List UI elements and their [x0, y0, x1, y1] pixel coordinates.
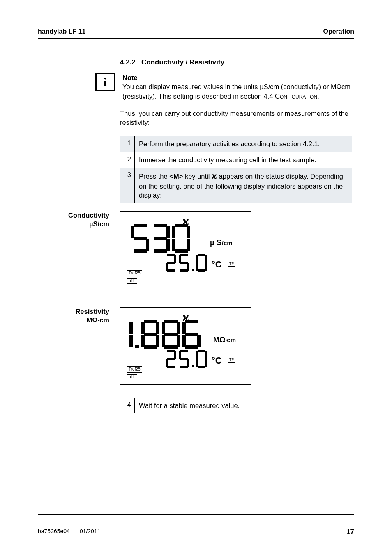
footer-page-number: 17 [346, 528, 354, 536]
res-label-line2: MΩ·cm [87, 316, 109, 324]
note-block: i Note You can display measured values i… [38, 73, 354, 101]
seg-digit [152, 224, 170, 253]
seg-dot [192, 365, 194, 367]
lcd-sub-value [166, 254, 207, 272]
lcd-main-value [126, 320, 201, 349]
seg-digit [196, 350, 207, 368]
lcd-box-resistivity: ϰ [120, 307, 251, 385]
tag-tref25: Tref25 [127, 270, 142, 276]
res-label-line1: Resistivity [75, 308, 109, 315]
step-row-4: 4 Wait for a stable measured value. [120, 398, 352, 413]
page-header: handylab LF 11 Operation [38, 28, 354, 39]
step-text: Wait for a stable measured value. [135, 398, 352, 413]
lcd-tags: Tref25 nLF [127, 366, 142, 380]
step-number: 1 [120, 136, 135, 152]
seg-dot [135, 345, 139, 348]
display-conductivity: Conductivity µS/cm ϰ [38, 211, 354, 288]
note-text: Note You can display measured values in … [122, 73, 354, 101]
seg-dot [192, 269, 194, 271]
section-number: 4.2.2 [120, 58, 136, 66]
info-icon: i [95, 73, 115, 91]
seg-digit [131, 224, 149, 253]
step-text: Press the <M> key until ϰ appears on the… [135, 168, 352, 203]
header-product: handylab LF 11 [38, 28, 85, 35]
seg-digit [179, 254, 189, 272]
lcd-sub-value [166, 350, 207, 368]
cond-label-line2: µS/cm [89, 220, 109, 228]
lcd-tags: Tref25 nLF [127, 270, 142, 284]
seg-digit [126, 320, 133, 349]
step-row-2: 2 Immerse the conductivity measuring cel… [120, 152, 352, 168]
header-section: Operation [323, 28, 354, 35]
note-smallcaps: Configuration [275, 92, 317, 100]
tp-indicator: TP [228, 357, 235, 363]
step-text: Perform the preparatory activities accor… [135, 136, 352, 152]
footer-date: 01/2011 [80, 528, 101, 536]
step-text: Immerse the conductivity measuring cell … [135, 152, 352, 168]
seg-digit [196, 254, 207, 272]
tp-indicator: TP [228, 261, 235, 267]
step3-pre: Press the [139, 173, 169, 180]
step-number: 3 [120, 168, 135, 203]
step-number: 4 [120, 398, 135, 413]
note-unit1: µS/cm [260, 83, 279, 90]
note-body-mid: (conductivity) or [279, 83, 331, 90]
cond-label-line1: Conductivity [68, 212, 109, 219]
tag-nlf: nLF [127, 278, 137, 284]
chi-symbol-icon: ϰ [212, 172, 217, 180]
step-row-1: 1 Perform the preparatory activities acc… [120, 136, 352, 152]
unit-mu: µ [210, 239, 214, 247]
note-body-end: . [317, 92, 319, 100]
tag-tref25: Tref25 [127, 366, 142, 373]
seg-digit [162, 320, 180, 349]
step-row-3: 3 Press the <M> key until ϰ appears on t… [120, 168, 352, 203]
step3-key: <M> [169, 173, 183, 180]
section-heading: 4.2.2 Conductivity / Resistivity [120, 58, 354, 67]
info-icon-glyph: i [104, 76, 107, 88]
lcd-main-unit: MΩ·cm [213, 336, 236, 344]
lcd-box-conductivity: ϰ µ S/cm [120, 211, 251, 288]
tag-nlf: nLF [127, 374, 137, 380]
note-unit2: MΩcm [331, 83, 350, 90]
lcd-main-value [131, 224, 190, 253]
page-footer: ba75365e04 01/2011 17 [38, 514, 354, 536]
section-title-text: Conductivity / Resistivity [141, 58, 224, 66]
note-body-post: (resistivity). This setting is described… [122, 92, 275, 100]
lcd-sub-unit: °C [212, 355, 222, 366]
seg-digit [166, 350, 176, 368]
intro-paragraph: Thus, you can carry out conductivity mea… [120, 109, 354, 127]
step3-mid: key until [183, 173, 212, 180]
note-body-pre: You can display measured values in the u… [122, 83, 260, 90]
seg-digit [172, 224, 190, 253]
seg-digit [166, 254, 176, 272]
display-label-resistivity: Resistivity MΩ·cm [38, 307, 120, 325]
display-label-conductivity: Conductivity µS/cm [38, 211, 120, 229]
seg-digit [141, 320, 159, 349]
lcd-main-unit: µ S/cm [210, 238, 233, 247]
step-number: 2 [120, 152, 135, 168]
seg-digit [182, 320, 201, 349]
note-label: Note [122, 74, 138, 81]
lcd-sub-unit: °C [212, 259, 222, 270]
display-resistivity: Resistivity MΩ·cm ϰ [38, 307, 354, 385]
footer-doc-id: ba75365e04 [38, 528, 70, 536]
seg-digit [179, 350, 189, 368]
